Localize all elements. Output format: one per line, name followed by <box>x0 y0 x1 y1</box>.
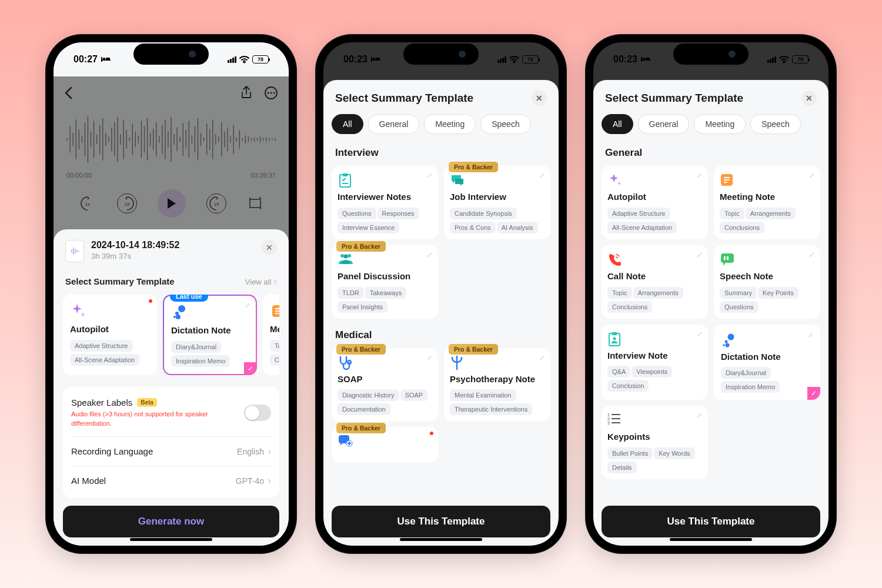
chip: Details <box>607 462 637 473</box>
view-all-link[interactable]: View all › <box>245 275 277 288</box>
notch <box>133 44 209 65</box>
close-button[interactable]: ✕ <box>532 91 547 106</box>
tcard-dictation-note[interactable]: ⤢ Dictation Note Diary&Journal Inspirati… <box>714 325 820 400</box>
tcard-psychotherapy[interactable]: Pro & Backer ⤢ Psychotherapy Note Mental… <box>444 348 550 422</box>
expand-icon: ⤢ <box>539 354 544 362</box>
doc-icon <box>270 303 279 319</box>
chip: TLDR <box>338 287 364 299</box>
svg-point-92 <box>173 316 176 318</box>
bed-icon <box>371 56 380 63</box>
tcard-call-note[interactable]: ⤢ Call Note TopicArrangements Conclusion… <box>602 245 708 319</box>
speaker-labels-row[interactable]: Speaker LabelsBeta Audio files (>3 hours… <box>71 389 271 437</box>
close-button[interactable]: ✕ <box>262 240 277 255</box>
opt-value: English <box>237 447 264 456</box>
opt-title: Recording Language <box>71 446 153 456</box>
chat-icon <box>450 173 465 188</box>
thought-icon <box>721 333 736 348</box>
chip: Summary <box>720 287 757 299</box>
sparkle-icon <box>607 173 623 188</box>
status-time: 00:27 <box>74 54 98 65</box>
card-title: Interviewer Notes <box>338 192 432 203</box>
notch <box>673 44 749 65</box>
tcard-interview-note[interactable]: ⤢ Interview Note Q&AViewpoints Conclusio… <box>602 325 708 400</box>
template-card-autopilot[interactable]: Autopilot Adaptive Structure All-Scene A… <box>63 295 157 375</box>
tab-all[interactable]: All <box>602 114 633 134</box>
chip: All-Scene Adaptation <box>607 222 677 233</box>
wifi-icon <box>239 56 249 64</box>
tcard-job-interview[interactable]: Pro & Backer ⤢ Job Interview Candidate S… <box>444 166 550 239</box>
chip: Questions <box>720 301 759 313</box>
card-title: Dictation Note <box>171 325 249 335</box>
close-button[interactable]: ✕ <box>801 91 817 106</box>
template-card-dictation[interactable]: Last use ⤢ Dictation Note Diary&Journal … <box>163 295 257 375</box>
opt-title: Speaker Labels <box>71 397 132 407</box>
chip: Bullet Points <box>607 447 653 459</box>
expand-icon: ⤢ <box>697 330 702 338</box>
pro-badge: Pro & Backer <box>449 162 498 172</box>
ai-model-row[interactable]: AI Model GPT-4o› <box>71 466 271 495</box>
tab-all[interactable]: All <box>332 114 363 134</box>
card-title: Panel Discussion <box>338 271 432 282</box>
tcard-panel-discussion[interactable]: Pro & Backer ⤢ Panel Discussion TLDRTake… <box>332 245 438 319</box>
rec-title: 2024-10-14 18:49:52 <box>91 240 179 250</box>
svg-point-91 <box>176 315 181 319</box>
generate-button[interactable]: Generate now <box>63 506 279 537</box>
svg-rect-121 <box>612 332 617 335</box>
chip: Adaptive Structure <box>70 340 133 352</box>
expand-icon: ⤢ <box>427 172 432 179</box>
modal-title: Select Summary Template <box>605 92 743 105</box>
chip: Questions <box>338 208 376 219</box>
svg-text:1: 1 <box>607 413 610 417</box>
card-title: SOAP <box>338 374 432 385</box>
clipboard-icon <box>338 173 353 188</box>
tab-general[interactable]: General <box>368 114 420 134</box>
chip: Panel Insights <box>338 301 387 313</box>
thought-icon <box>171 304 188 320</box>
home-indicator[interactable] <box>670 538 752 541</box>
status-time: 00:23 <box>343 54 368 65</box>
tcard-soap[interactable]: Pro & Backer ⤢ SOAP Diagnostic HistorySO… <box>332 348 438 422</box>
use-template-button[interactable]: Use This Template <box>332 506 550 537</box>
tab-meeting[interactable]: Meeting <box>424 114 476 134</box>
chip: Topic <box>720 208 744 219</box>
home-indicator[interactable] <box>400 538 482 541</box>
opt-value: GPT-4o <box>236 476 264 486</box>
chip: Diary&Journal <box>721 367 771 379</box>
chip: Documentation <box>338 403 390 415</box>
use-template-button[interactable]: Use This Template <box>602 506 820 537</box>
tcard-interviewer-notes[interactable]: ⤢ Interviewer Notes QuestionsResponses I… <box>332 166 438 239</box>
tab-speech[interactable]: Speech <box>480 114 530 134</box>
chip: Conclusion <box>607 380 649 392</box>
signal-icon <box>228 56 236 63</box>
svg-rect-2 <box>103 58 105 59</box>
chip: Key Points <box>758 287 799 299</box>
svg-point-125 <box>726 343 730 347</box>
svg-rect-98 <box>371 57 372 62</box>
phone-icon <box>607 252 623 268</box>
tcard-autopilot[interactable]: ⤢ Autopilot Adaptive Structure All-Scene… <box>602 166 708 239</box>
recording-lang-row[interactable]: Recording Language English› <box>71 437 271 466</box>
tcard-medical-chat[interactable]: Pro & Backer <box>332 427 438 462</box>
tcard-speech-note[interactable]: ⤢ Speech Note SummaryKey Points Question… <box>714 245 820 319</box>
svg-rect-3 <box>106 58 110 59</box>
tab-meeting[interactable]: Meeting <box>694 114 746 134</box>
chip: SOAP <box>400 389 428 401</box>
tcard-meeting-note[interactable]: ⤢ Meeting Note TopicArrangements Conclus… <box>714 166 820 239</box>
chip: Co <box>270 354 279 366</box>
tab-general[interactable]: General <box>638 114 690 134</box>
template-card-meeting[interactable]: Me To Co <box>263 295 279 375</box>
selected-check-icon: ✓ <box>807 387 820 400</box>
last-use-badge: Last use <box>170 295 208 302</box>
file-icon <box>65 240 84 262</box>
chip: To <box>270 340 279 352</box>
card-title: Interview Note <box>607 350 702 362</box>
toggle-switch[interactable] <box>244 405 271 421</box>
tab-speech[interactable]: Speech <box>750 114 800 134</box>
home-indicator[interactable] <box>130 538 212 541</box>
chevron-right-icon: › <box>268 445 271 457</box>
svg-rect-112 <box>646 58 650 59</box>
chip: Key Words <box>654 447 695 459</box>
psi-icon <box>450 355 465 370</box>
tcard-keypoints[interactable]: ⤢ 123 Keypoints Bullet PointsKey Words D… <box>602 406 708 479</box>
status-time: 00:23 <box>613 54 637 65</box>
